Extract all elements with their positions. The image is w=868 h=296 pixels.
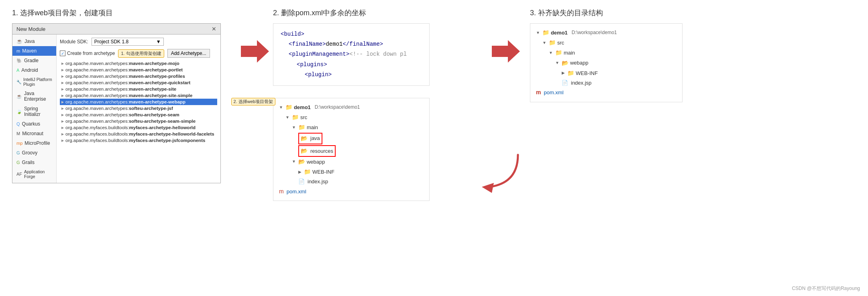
tree-label-src: src (557, 38, 564, 47)
tree-label-java: java (310, 134, 320, 143)
sidebar-item-appforge[interactable]: AF Application Forge (12, 167, 56, 181)
list-item[interactable]: ▶ org.apache.myfaces.buildtools:myfaces-… (60, 131, 217, 137)
tree-box-top-right: ▼ 📁 demo1 D:\workspace\demo1 ▼ 📁 src ▼ 📁… (530, 23, 683, 102)
archetype-label: org.apache.maven.archetypes:softeu-arche… (65, 112, 179, 117)
sidebar-label-intellij: IntelliJ Platform Plugin (23, 77, 52, 87)
checkbox-icon: ✓ (60, 51, 65, 56)
create-from-archetype-checkbox[interactable]: ✓ Create from archetype (60, 51, 115, 56)
arrows-middle (482, 8, 530, 201)
archetype-label-selected: org.apache.maven.archetypes:maven-archet… (65, 99, 185, 104)
folder-icon: 📂 (301, 134, 308, 144)
archetype-label: org.apache.maven.archetypes:maven-archet… (65, 87, 176, 91)
sidebar-label-gradle: Gradle (24, 58, 39, 63)
list-item[interactable]: ▶ org.apache.maven.archetypes:maven-arch… (60, 73, 217, 79)
xml-editor-box: <build> <finalName>demo1</finalName> <pl… (273, 23, 430, 86)
folder-icon: 📁 (285, 102, 292, 112)
chevron-down-icon: ▼ (285, 114, 289, 121)
svg-marker-2 (482, 183, 494, 193)
tree-label-demo1: demo1 (551, 28, 568, 37)
list-item[interactable]: ▶ org.apache.maven.archetypes:maven-arch… (60, 86, 217, 92)
tree-label-webinf: WEB-INF (312, 167, 334, 176)
archetype-label: org.apache.myfaces.buildtools:myfaces-ar… (65, 132, 214, 136)
annotation-bubble-2: 2. 选择web项目骨架 (231, 98, 275, 105)
archetype-label: org.apache.maven.archetypes:maven-archet… (65, 67, 183, 72)
main-container: 1. 选择web项目骨架，创建项目 New Module ✕ ☕ Java (0, 0, 868, 209)
dialog-title: New Module (16, 26, 45, 32)
list-item[interactable]: ▶ org.apache.maven.archetypes:softeu-arc… (60, 112, 217, 118)
sidebar-item-groovy[interactable]: G Groovy (12, 148, 56, 158)
chevron-right-icon: ▶ (61, 139, 64, 142)
list-item[interactable]: ▶ org.apache.maven.archetypes:maven-arch… (60, 60, 217, 67)
xml-line-2: <finalName>demo1</finalName> (281, 39, 422, 49)
sdk-dropdown[interactable]: Project SDK 1.8 ▼ (92, 38, 164, 46)
arrow-right-icon (241, 40, 269, 63)
section-1: 1. 选择web项目骨架，创建项目 New Module ✕ ☕ Java (12, 8, 237, 201)
sidebar-item-quarkus[interactable]: Q Quarkus (12, 119, 56, 129)
tree-label-src: src (300, 113, 307, 122)
sdk-value: Project SDK 1.8 (94, 39, 128, 45)
list-item[interactable]: ▶ org.apache.myfaces.buildtools:myfaces-… (60, 124, 217, 131)
tree-row: ▼ 📂 webapp (536, 58, 676, 68)
section-2: 2. 删除pom.xml中多余的坐标 <build> <finalName>de… (273, 8, 482, 201)
tree-label-indexjsp: index.jsp (308, 177, 328, 186)
chevron-right-icon: ▶ (61, 68, 64, 72)
sidebar-label-javaent: Java Enterprise (24, 91, 52, 102)
sidebar-item-java[interactable]: ☕ Java (12, 36, 56, 46)
chevron-right-icon: ▶ (562, 69, 565, 77)
list-item[interactable]: ▶ org.apache.maven.archetypes:maven-arch… (60, 79, 217, 86)
list-item[interactable]: ▶ org.apache.maven.archetypes:softeu-arc… (60, 118, 217, 124)
sidebar-item-spring[interactable]: 🍃 Spring Initializr (12, 104, 56, 119)
xml-line-1: <build> (281, 29, 422, 39)
add-archetype-button[interactable]: Add Archetype... (167, 49, 210, 58)
xml-line-3: <pluginManagement><!-- lock down pl (281, 49, 422, 59)
tree-row: ▼ 📂 webapp (279, 157, 424, 167)
sidebar-item-micronaut[interactable]: M Micronaut (12, 129, 56, 138)
sidebar-label-appforge: Application Forge (24, 169, 52, 179)
list-item[interactable]: ▶ org.apache.maven.archetypes:maven-arch… (60, 67, 217, 73)
chevron-down-icon: ▼ (549, 49, 553, 57)
curved-arrow-container (482, 151, 530, 200)
svg-marker-0 (241, 40, 269, 63)
file-icon: 📄 (562, 78, 568, 87)
chevron-right-icon: ▶ (61, 100, 64, 104)
close-icon[interactable]: ✕ (212, 26, 216, 32)
sidebar-item-maven[interactable]: m Maven (12, 46, 56, 56)
tree-row: ▼ 📁 src (279, 112, 424, 122)
dialog-titlebar: New Module ✕ (12, 24, 220, 34)
tree-label-demo1-path: D:\workspace\demo1 (315, 103, 360, 112)
sidebar-item-android[interactable]: A Android (12, 65, 56, 75)
maven-file-icon: m (279, 187, 284, 197)
sidebar-item-grails[interactable]: G Grails (12, 158, 56, 167)
folder-icon: 📁 (542, 28, 549, 38)
tree-box-bottom: ▼ 📁 demo1 D:\workspace\demo1 ▼ 📁 src ▼ 📁… (273, 98, 430, 201)
tree-row: m pom.xml (536, 87, 676, 97)
sidebar-label-spring: Spring Initializr (24, 106, 52, 117)
file-icon: 📄 (298, 177, 305, 186)
list-item[interactable]: ▶ org.apache.maven.archetypes:softeu-arc… (60, 105, 217, 112)
step2-title: 2. 删除pom.xml中多余的坐标 (273, 8, 478, 18)
tree-label-indexjsp: index.jsp (571, 78, 591, 87)
archetype-list: ▶ org.apache.maven.archetypes:maven-arch… (60, 60, 217, 144)
chevron-right-icon: ▶ (61, 120, 64, 123)
sidebar-item-microprofile[interactable]: mp MicroProfile (12, 138, 56, 148)
archetype-label: org.apache.maven.archetypes:softeu-arche… (65, 106, 173, 111)
list-item[interactable]: ▶ org.apache.myfaces.buildtools:myfaces-… (60, 137, 217, 144)
sidebar-label-quarkus: Quarkus (22, 121, 40, 127)
sections-wrapper: 1. 选择web项目骨架，创建项目 New Module ✕ ☕ Java (12, 8, 856, 201)
chevron-right-icon: ▶ (298, 168, 302, 176)
archetype-label: org.apache.maven.archetypes:maven-archet… (65, 93, 192, 98)
sidebar-item-intellij[interactable]: 🔧 IntelliJ Platform Plugin (12, 75, 56, 89)
folder-icon: 📂 (298, 157, 305, 167)
tree-row: 📄 index.jsp (536, 78, 676, 87)
watermark: CSDN @不想写代码的Rayoung (792, 285, 860, 292)
sidebar-item-javaent[interactable]: ☕ Java Enterprise (12, 89, 56, 104)
folder-icon: 📂 (562, 58, 568, 68)
sidebar-item-gradle[interactable]: 🐘 Gradle (12, 56, 56, 65)
sidebar-label-grails: Grails (22, 160, 35, 165)
list-item-selected[interactable]: ▶ org.apache.maven.archetypes:maven-arch… (60, 99, 217, 105)
sidebar-label-micronaut: Micronaut (22, 131, 43, 136)
tree-label-pomxml: pom.xml (544, 88, 563, 97)
step3-title: 3. 补齐缺失的目录结构 (530, 8, 856, 18)
step1-title: 1. 选择web项目骨架，创建项目 (12, 8, 233, 18)
list-item[interactable]: ▶ org.apache.maven.archetypes:maven-arch… (60, 92, 217, 99)
